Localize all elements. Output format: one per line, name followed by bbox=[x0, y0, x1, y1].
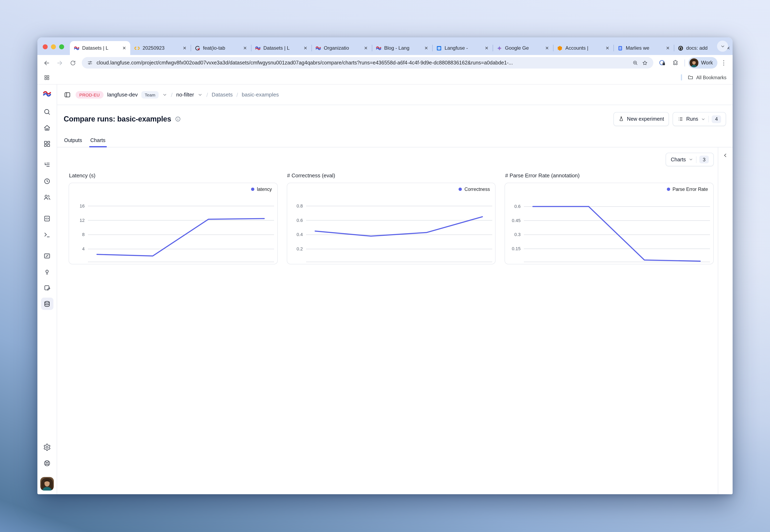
browser-tabs: Datasets | L ✕ 20250923 ✕ feat(io-tab ✕ … bbox=[70, 37, 733, 55]
tab-close-icon[interactable]: ✕ bbox=[484, 45, 490, 51]
sidebar-item-annotation[interactable] bbox=[41, 282, 53, 294]
runs-count-badge: 4 bbox=[712, 115, 721, 123]
sidebar-item-home[interactable] bbox=[41, 122, 53, 134]
chart-line bbox=[533, 206, 700, 261]
page-title: Compare runs: basic-examples bbox=[64, 115, 171, 123]
chart-card[interactable]: 0.20.40.60.8 Correctness bbox=[287, 183, 495, 264]
runs-dropdown-button[interactable]: Runs 4 bbox=[673, 112, 726, 126]
forward-button[interactable] bbox=[54, 57, 65, 69]
cube-favicon-icon bbox=[557, 45, 563, 51]
langfuse-favicon-icon bbox=[73, 45, 80, 51]
browser-tab[interactable]: Datasets | L ✕ bbox=[251, 41, 312, 55]
new-experiment-button[interactable]: New experiment bbox=[614, 112, 669, 126]
tab-search-button[interactable] bbox=[717, 41, 728, 52]
browser-tab[interactable]: 20250923 ✕ bbox=[130, 41, 190, 55]
browser-tab[interactable]: Datasets | L ✕ bbox=[70, 41, 130, 55]
info-icon[interactable] bbox=[175, 116, 180, 122]
chart-card[interactable]: 481216 latency bbox=[69, 183, 278, 264]
profile-chip[interactable]: Work bbox=[688, 57, 717, 69]
browser-tab[interactable]: Organizatio ✕ bbox=[312, 41, 372, 55]
user-avatar[interactable] bbox=[40, 477, 54, 491]
sidebar-item-tracing[interactable] bbox=[41, 159, 53, 171]
browser-menu-button[interactable]: ⋮ bbox=[719, 59, 729, 67]
maximize-window-button[interactable] bbox=[59, 44, 64, 49]
tab-label: Accounts | bbox=[565, 45, 602, 51]
charts-content: Charts 3 Latency (s) 481216 latency # Co… bbox=[57, 147, 718, 494]
chart-title: # Parse Error Rate (annotation) bbox=[505, 172, 714, 179]
address-bar[interactable]: cloud.langfuse.com/project/cmfwgv8fx002o… bbox=[82, 57, 653, 69]
langfuse-app: PROD-EU langfuse-dev Team / no-filter / … bbox=[37, 85, 733, 494]
back-button[interactable] bbox=[41, 57, 52, 69]
sidebar-item-sessions[interactable] bbox=[41, 175, 53, 187]
breadcrumb-separator: / bbox=[237, 91, 238, 98]
collapse-panel-chevron-icon[interactable] bbox=[723, 153, 728, 158]
browser-tab-strip: Datasets | L ✕ 20250923 ✕ feat(io-tab ✕ … bbox=[37, 37, 733, 55]
breadcrumb-datasets-link[interactable]: Datasets bbox=[212, 92, 233, 98]
browser-tab[interactable]: feat(io-tab ✕ bbox=[190, 41, 251, 55]
tab-charts[interactable]: Charts bbox=[90, 138, 106, 147]
legend-label: Correctness bbox=[464, 187, 490, 192]
bookmark-star-icon[interactable] bbox=[642, 60, 648, 66]
environment-badge[interactable]: PROD-EU bbox=[76, 91, 103, 98]
tab-close-icon[interactable]: ✕ bbox=[363, 45, 369, 51]
tab-outputs[interactable]: Outputs bbox=[64, 138, 82, 147]
org-switcher-chevron-icon[interactable] bbox=[162, 92, 167, 97]
close-window-button[interactable] bbox=[43, 44, 48, 49]
reload-button[interactable] bbox=[67, 57, 78, 69]
y-tick-label: 0.8 bbox=[297, 203, 303, 209]
y-tick-label: 4 bbox=[82, 246, 85, 251]
sidebar-item-datasets[interactable] bbox=[41, 298, 53, 310]
sidebar-item-playground[interactable] bbox=[41, 228, 53, 241]
minimize-window-button[interactable] bbox=[51, 44, 56, 49]
org-name[interactable]: langfuse-dev bbox=[107, 92, 138, 98]
extensions-button[interactable] bbox=[670, 57, 681, 69]
dashboards-icon bbox=[43, 140, 51, 148]
tab-label: feat(io-tab bbox=[203, 45, 240, 51]
charts-dropdown-button[interactable]: Charts 3 bbox=[666, 153, 714, 166]
browser-tab[interactable]: Accounts | ✕ bbox=[553, 41, 614, 55]
breadcrumb-separator: / bbox=[206, 91, 208, 98]
profile-avatar bbox=[690, 58, 699, 67]
project-switcher-chevron-icon[interactable] bbox=[198, 92, 203, 97]
sidebar-item-insights[interactable] bbox=[41, 266, 53, 278]
sidebar-item-support[interactable] bbox=[41, 457, 53, 469]
tab-close-icon[interactable]: ✕ bbox=[605, 45, 611, 51]
sidebar-toggle-icon[interactable] bbox=[64, 91, 71, 98]
page-zoom-icon[interactable] bbox=[632, 60, 638, 66]
tab-label: Datasets | L bbox=[263, 45, 300, 51]
legend-dot-icon bbox=[251, 188, 254, 191]
tab-close-icon[interactable]: ✕ bbox=[544, 45, 550, 51]
url-text[interactable]: cloud.langfuse.com/project/cmfwgv8fx002o… bbox=[96, 60, 629, 66]
tab-close-icon[interactable]: ✕ bbox=[121, 45, 127, 51]
users-icon bbox=[43, 193, 51, 201]
tab-close-icon[interactable]: ✕ bbox=[302, 45, 309, 51]
sidebar-item-dashboards[interactable] bbox=[41, 138, 53, 150]
tab-close-icon[interactable]: ✕ bbox=[665, 45, 671, 51]
tab-close-icon[interactable]: ✕ bbox=[181, 45, 188, 51]
site-settings-icon[interactable] bbox=[87, 60, 93, 66]
apps-shortcut-button[interactable] bbox=[44, 74, 50, 81]
sidebar-item-users[interactable] bbox=[41, 191, 53, 203]
charts-count-badge: 3 bbox=[700, 156, 709, 163]
sidebar-item-settings[interactable] bbox=[41, 441, 53, 453]
browser-tab[interactable]: Blog - Lang ✕ bbox=[372, 41, 432, 55]
chart-card[interactable]: 0.150.30.450.6 Parse Error Rate bbox=[505, 183, 714, 264]
sidebar-item-prompts[interactable] bbox=[41, 212, 53, 225]
all-bookmarks-button[interactable]: All Bookmarks bbox=[681, 74, 726, 80]
tab-close-icon[interactable]: ✕ bbox=[423, 45, 429, 51]
apps-grid-icon bbox=[44, 74, 50, 81]
breadcrumb-separator: / bbox=[171, 91, 172, 98]
tab-close-icon[interactable]: ✕ bbox=[242, 45, 248, 51]
browser-tab[interactable]: 6 Langfuse - ✕ bbox=[432, 41, 493, 55]
sidebar-item-search[interactable] bbox=[41, 105, 53, 118]
project-name[interactable]: no-filter bbox=[176, 92, 194, 98]
back-arrow-icon bbox=[43, 59, 50, 66]
colab-favicon-icon bbox=[134, 45, 140, 51]
password-extension-button[interactable] bbox=[657, 57, 668, 69]
breadcrumb-dataset-name[interactable]: basic-examples bbox=[242, 92, 279, 98]
desktop: Datasets | L ✕ 20250923 ✕ feat(io-tab ✕ … bbox=[0, 0, 770, 532]
browser-tab[interactable]: Google Ge ✕ bbox=[493, 41, 553, 55]
browser-tab[interactable]: Marlies we ✕ bbox=[614, 41, 674, 55]
runs-label: Runs bbox=[686, 116, 698, 122]
sidebar-item-scores[interactable] bbox=[41, 250, 53, 262]
